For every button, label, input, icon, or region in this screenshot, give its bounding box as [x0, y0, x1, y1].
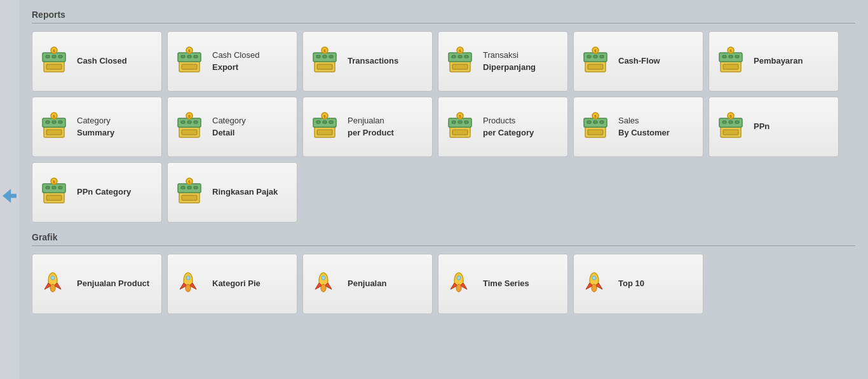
kategori-pie-text: Kategori Pie — [212, 278, 261, 289]
ringkasan-pajak-label: Ringkasan Pajak — [212, 186, 278, 198]
svg-rect-95 — [735, 121, 739, 123]
transaksi-icon: $ — [446, 46, 477, 77]
card-ppn[interactable]: $ PPn — [709, 97, 839, 157]
svg-rect-23 — [329, 55, 333, 58]
card-sales-by-customer[interactable]: $ Sales By Customer — [573, 97, 703, 157]
card-time-series[interactable]: Time Series — [438, 254, 568, 314]
svg-rect-55 — [58, 121, 62, 123]
svg-rect-20 — [317, 64, 332, 69]
cash-closed-export-line2: Export — [212, 62, 259, 73]
svg-rect-79 — [465, 121, 468, 123]
top-10-icon — [581, 269, 612, 300]
sidebar-expand-arrow[interactable] — [3, 189, 17, 203]
pembayaran-label: Pembayaran — [754, 55, 803, 67]
cash-closed-export-line1: Cash Closed — [212, 50, 259, 61]
cash-flow-label: Cash-Flow — [618, 55, 660, 67]
card-pembayaran[interactable]: $ Pembayaran — [709, 31, 839, 92]
top-10-text: Top 10 — [618, 278, 644, 289]
svg-rect-101 — [46, 186, 50, 189]
card-top-10[interactable]: Top 10 — [573, 254, 703, 314]
svg-rect-60 — [182, 130, 197, 135]
svg-rect-36 — [588, 64, 603, 69]
transaksi-line2: Diperpanjang — [483, 62, 536, 73]
svg-rect-110 — [187, 186, 191, 189]
card-products-per-category[interactable]: $ Products per Category — [438, 97, 568, 157]
svg-rect-29 — [452, 55, 456, 58]
penjualan-per-product-line1: Penjualan — [348, 115, 394, 127]
card-cash-closed[interactable]: $ Cash Closed — [32, 31, 162, 92]
main-content: Reports $ — [19, 0, 868, 333]
card-kategori-pie[interactable]: Kategori Pie — [167, 254, 297, 314]
svg-rect-52 — [46, 130, 62, 135]
svg-rect-84 — [588, 130, 603, 135]
card-cash-flow[interactable]: $ Cash-Flow — [573, 31, 703, 92]
category-summary-text: Category Summary — [77, 115, 114, 138]
svg-rect-6 — [52, 55, 56, 58]
svg-rect-85 — [587, 121, 591, 123]
cash-closed-icon: $ — [40, 46, 71, 77]
products-per-category-text: Products per Category — [483, 115, 534, 138]
svg-rect-93 — [722, 121, 726, 123]
reports-divider — [32, 23, 855, 24]
time-series-text: Time Series — [483, 278, 529, 289]
penjualan-per-product-text: Penjualan per Product — [348, 115, 394, 138]
category-detail-line1: Category — [212, 115, 246, 127]
grafik-divider — [32, 245, 855, 246]
ringkasan-pajak-icon: $ — [175, 177, 206, 208]
card-category-summary[interactable]: $ Category Summary — [32, 97, 162, 157]
svg-rect-62 — [187, 121, 191, 123]
svg-rect-111 — [194, 186, 198, 189]
card-ppn-category[interactable]: $ PPn Category — [32, 162, 162, 223]
cash-closed-label: Cash Closed — [77, 55, 127, 67]
transaksi-text: Transaksi Diperpanjang — [483, 50, 536, 72]
svg-rect-86 — [593, 121, 597, 123]
svg-point-115 — [51, 276, 55, 280]
sales-by-customer-text: Sales By Customer — [618, 115, 670, 138]
card-penjualan-product[interactable]: Penjualan Product — [32, 254, 162, 314]
svg-rect-53 — [46, 121, 50, 123]
svg-point-136 — [592, 284, 597, 292]
svg-rect-94 — [729, 121, 733, 123]
svg-rect-87 — [600, 121, 604, 123]
svg-rect-78 — [458, 121, 462, 123]
card-category-detail[interactable]: $ Category Detail — [167, 97, 297, 157]
penjualan-product-icon — [40, 269, 71, 300]
svg-rect-77 — [452, 121, 456, 123]
svg-rect-5 — [46, 55, 50, 58]
sidebar — [0, 0, 19, 379]
products-per-category-icon: $ — [446, 112, 477, 142]
card-ringkasan-pajak[interactable]: $ Ringkasan Pajak — [167, 162, 297, 223]
penjualan-chart-text: Penjualan — [348, 278, 386, 289]
svg-point-135 — [592, 276, 596, 280]
card-penjualan-per-product[interactable]: $ Penjualan per Product — [302, 97, 433, 157]
card-cash-closed-export[interactable]: $ Cash Closed Export — [167, 31, 297, 92]
card-penjualan-chart[interactable]: Penjualan — [302, 254, 433, 314]
reports-section-title: Reports — [32, 10, 855, 20]
svg-rect-12 — [182, 64, 197, 69]
cash-closed-text: Cash Closed — [77, 55, 127, 67]
cash-closed-export-text: Cash Closed Export — [212, 50, 259, 72]
svg-rect-69 — [316, 121, 320, 123]
svg-rect-7 — [58, 55, 62, 58]
penjualan-per-product-icon: $ — [311, 112, 341, 142]
svg-rect-54 — [52, 121, 56, 123]
ppn-icon: $ — [717, 112, 747, 142]
sales-by-customer-icon: $ — [581, 112, 612, 142]
svg-rect-103 — [58, 186, 62, 189]
svg-rect-22 — [323, 55, 327, 58]
svg-rect-14 — [187, 55, 191, 58]
category-summary-line1: Category — [77, 115, 114, 127]
penjualan-product-label: Penjualan Product — [77, 278, 149, 289]
category-summary-line2: Summary — [77, 127, 114, 139]
ppn-text: PPn — [754, 121, 770, 132]
svg-point-130 — [457, 276, 461, 280]
svg-rect-70 — [323, 121, 327, 123]
svg-point-131 — [456, 284, 461, 292]
penjualan-chart-label: Penjualan — [348, 278, 386, 289]
ppn-category-label: PPn Category — [77, 186, 131, 198]
svg-rect-4 — [46, 64, 62, 69]
kategori-pie-icon — [175, 269, 206, 300]
card-transactions[interactable]: $ Transactions — [302, 31, 433, 92]
card-transaksi-diperpanjang[interactable]: $ Transaksi Diperpanjang — [438, 31, 568, 92]
ppn-label: PPn — [754, 121, 770, 132]
